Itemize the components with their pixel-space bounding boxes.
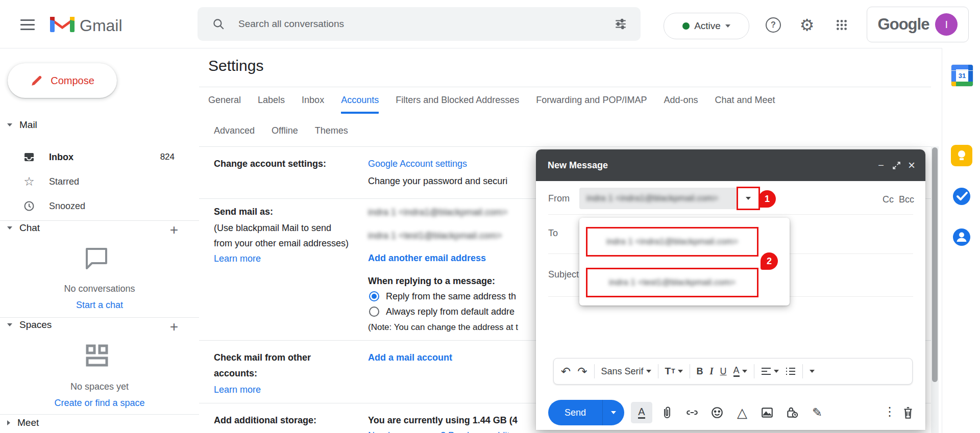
sidebar-item-snoozed[interactable]: Snoozed (0, 195, 199, 217)
minimize-icon[interactable]: − (873, 158, 889, 173)
hamburger-menu-icon[interactable] (20, 16, 35, 33)
add-mail-account-link[interactable]: Add a mail account (368, 350, 452, 365)
tasks-icon[interactable] (951, 186, 972, 207)
spaces-icon (83, 343, 112, 369)
send-options-button[interactable] (602, 400, 624, 425)
sidebar-section-meet[interactable]: Meet (7, 417, 39, 428)
radio-reply-same-address[interactable] (369, 291, 379, 301)
inbox-icon (22, 151, 36, 163)
new-space-button[interactable]: + (166, 319, 182, 335)
compose-window: New Message − × From indra 1 <indra1@bla… (536, 149, 925, 430)
tab-advanced[interactable]: Advanced (214, 125, 255, 142)
drive-icon[interactable]: △ (734, 405, 750, 420)
add-another-email-link[interactable]: Add another email address (368, 250, 486, 266)
help-icon[interactable]: ? (766, 17, 781, 33)
settings-gear-icon[interactable]: ⚙ (799, 17, 815, 33)
insert-emoji-icon[interactable] (709, 405, 725, 420)
annotation-step-2: 2 (761, 252, 778, 270)
discard-draft-trash-icon[interactable] (901, 405, 915, 420)
compose-title: New Message (548, 160, 873, 171)
tab-chat-and-meet[interactable]: Chat and Meet (715, 95, 775, 114)
tab-themes[interactable]: Themes (315, 125, 348, 142)
chat-empty-text: No conversations (0, 284, 199, 294)
account-box[interactable]: Google I (867, 7, 969, 42)
compose-button[interactable]: Compose (8, 63, 117, 98)
bold-button[interactable]: B (697, 366, 703, 377)
sidebar-item-inbox[interactable]: Inbox 824 (0, 146, 199, 168)
redo-icon[interactable]: ↷ (577, 365, 587, 378)
chevron-down-icon (7, 123, 12, 126)
google-account-settings-link[interactable]: Google Account settings (368, 156, 467, 171)
numbered-list-button[interactable] (786, 367, 796, 375)
cc-link[interactable]: Cc (883, 194, 894, 205)
calendar-icon[interactable]: 31 (951, 64, 973, 87)
settings-tabs-row1: General Labels Inbox Accounts Filters an… (208, 95, 775, 114)
top-bar: Gmail Active ? ⚙ (0, 0, 980, 48)
purchase-storage-link[interactable]: Need more space? Purchase addit (368, 428, 509, 433)
snoozed-label: Snoozed (49, 201, 85, 212)
keep-icon[interactable] (951, 145, 972, 166)
status-selector[interactable]: Active (664, 13, 749, 39)
font-size-selector[interactable]: T T (665, 366, 683, 377)
compose-header[interactable]: New Message − × (536, 149, 925, 181)
from-address-field[interactable]: indra 1 <indra1@blackpmail.com> (579, 188, 738, 209)
tab-accounts[interactable]: Accounts (341, 95, 379, 114)
chevron-down-icon (646, 370, 651, 373)
italic-button[interactable]: I (710, 366, 714, 377)
search-options-icon[interactable] (614, 17, 627, 31)
tab-filters[interactable]: Filters and Blocked Addresses (396, 95, 519, 114)
create-space-link[interactable]: Create or find a space (0, 398, 199, 409)
start-chat-link[interactable]: Start a chat (0, 300, 199, 311)
bcc-link[interactable]: Bcc (899, 194, 914, 205)
contacts-icon[interactable] (951, 226, 972, 248)
sidebar-section-mail[interactable]: Mail (7, 119, 37, 131)
star-icon: ☆ (22, 174, 36, 189)
scrollbar-thumb[interactable] (932, 147, 938, 382)
more-formatting-button[interactable] (810, 370, 815, 373)
formatting-options-toggle[interactable]: A (631, 402, 652, 423)
from-option-2-annotation-box[interactable]: indra 1 <test1@blackpmail.com> (586, 268, 758, 297)
storage-label: Add additional storage: (214, 413, 353, 428)
undo-icon[interactable]: ↶ (561, 365, 571, 378)
underline-button[interactable]: U (720, 366, 727, 377)
avatar[interactable]: I (935, 13, 958, 36)
search-input[interactable] (237, 18, 601, 30)
search-icon[interactable] (212, 17, 225, 31)
gmail-app: Gmail Active ? ⚙ (0, 0, 980, 433)
text-color-button[interactable]: A (733, 366, 747, 377)
apps-grid-icon[interactable] (834, 17, 849, 33)
sidebar-section-spaces[interactable]: Spaces (7, 319, 52, 330)
radio-reply-default[interactable] (369, 307, 379, 317)
insert-image-icon[interactable] (760, 405, 775, 420)
tab-addons[interactable]: Add-ons (664, 95, 698, 114)
scrollbar[interactable] (931, 146, 939, 433)
from-dropdown-annotation-box[interactable] (737, 187, 760, 210)
sidebar-section-chat[interactable]: Chat (7, 222, 40, 234)
new-chat-button[interactable]: + (166, 222, 182, 238)
check-mail-label: Check mail from other accounts: (214, 350, 341, 381)
sidebar-item-starred[interactable]: ☆ Starred (0, 170, 199, 193)
send-mail-as-learn-more[interactable]: Learn more (214, 251, 261, 266)
from-option-1-annotation-box[interactable]: indra 1 <indra1@blackpmail.com> (586, 227, 758, 257)
to-label: To (548, 228, 558, 239)
search-bar[interactable] (198, 7, 641, 41)
dropdown-arrow-icon[interactable] (746, 197, 751, 200)
insert-link-icon[interactable] (684, 405, 700, 420)
attach-file-icon[interactable] (659, 405, 675, 420)
tab-labels[interactable]: Labels (258, 95, 285, 114)
send-button[interactable]: Send (548, 400, 602, 425)
font-family-value: Sans Serif (601, 366, 644, 377)
confidential-mode-icon[interactable] (785, 405, 800, 420)
pop-out-icon[interactable] (889, 158, 904, 173)
tab-forwarding[interactable]: Forwarding and POP/IMAP (536, 95, 647, 114)
align-button[interactable] (761, 367, 779, 375)
redacted-email-1: indra 1 <indra1@blackpmail.com> (368, 205, 507, 220)
tab-inbox[interactable]: Inbox (302, 95, 324, 114)
tab-general[interactable]: General (208, 95, 241, 114)
close-icon[interactable]: × (904, 158, 919, 173)
signature-pen-icon[interactable]: ✎ (810, 405, 825, 420)
tab-offline[interactable]: Offline (272, 125, 298, 142)
font-family-selector[interactable]: Sans Serif (601, 366, 651, 377)
check-mail-learn-more[interactable]: Learn more (214, 382, 261, 397)
more-options-icon[interactable]: ⋮ (883, 404, 896, 419)
